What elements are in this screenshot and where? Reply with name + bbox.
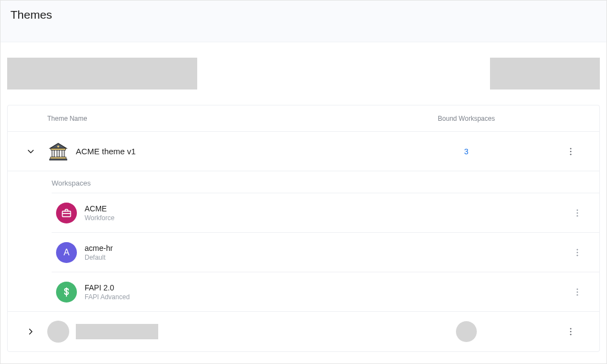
workspace-row[interactable]: A acme-hr Default [52, 232, 599, 272]
column-theme-name: Theme Name [47, 115, 384, 122]
svg-point-24 [570, 331, 572, 333]
svg-point-8 [570, 148, 572, 149]
briefcase-icon [56, 203, 77, 223]
svg-rect-3 [57, 150, 60, 157]
svg-point-18 [577, 254, 578, 256]
svg-point-17 [577, 251, 578, 253]
svg-point-20 [577, 288, 578, 290]
dollar-icon [56, 282, 77, 303]
avatar-letter: A [56, 242, 77, 263]
workspace-name: acme-hr [85, 244, 555, 253]
page-title: Themes [10, 8, 597, 21]
svg-point-7 [57, 145, 59, 148]
svg-point-14 [577, 212, 578, 214]
page-header: Themes [1, 1, 606, 42]
svg-rect-6 [49, 159, 67, 160]
workspace-row[interactable]: ACME Workforce [52, 193, 599, 232]
expand-button[interactable] [14, 327, 47, 337]
chevron-down-icon [26, 147, 36, 156]
svg-rect-5 [51, 157, 66, 159]
svg-point-15 [577, 215, 578, 216]
workspace-name: FAPI 2.0 [85, 283, 555, 292]
workspaces-panel: Workspaces ACME Workforce A [8, 171, 599, 312]
workspace-name: ACME [85, 204, 555, 213]
bank-icon [47, 141, 69, 163]
svg-point-22 [577, 294, 578, 295]
svg-point-9 [570, 150, 572, 152]
more-menu-icon[interactable] [572, 208, 582, 218]
more-menu-icon[interactable] [572, 248, 582, 257]
theme-name: ACME theme v1 [76, 147, 136, 156]
more-menu-icon[interactable] [572, 287, 582, 297]
workspaces-label: Workspaces [52, 171, 599, 193]
svg-point-10 [570, 153, 572, 155]
bound-count-placeholder [456, 321, 477, 342]
svg-point-25 [570, 334, 572, 335]
collapse-button[interactable] [14, 147, 47, 156]
theme-row[interactable] [8, 312, 599, 351]
svg-point-13 [577, 209, 578, 211]
svg-rect-4 [62, 150, 65, 157]
more-menu-icon[interactable] [566, 327, 576, 337]
table-header-row: Theme Name Bound Workspaces [8, 105, 599, 132]
bound-count-link[interactable]: 3 [384, 147, 549, 156]
workspace-type: Workforce [85, 214, 555, 222]
workspace-type: FAPI Advanced [85, 293, 555, 301]
column-bound-workspaces: Bound Workspaces [384, 115, 549, 122]
theme-name-placeholder [76, 324, 158, 339]
theme-row[interactable]: ACME theme v1 3 [8, 132, 599, 171]
svg-rect-2 [52, 150, 54, 157]
svg-point-21 [577, 291, 578, 293]
theme-icon-placeholder [47, 321, 69, 343]
toolbar-right-placeholder [490, 58, 600, 89]
toolbar [1, 58, 606, 89]
svg-point-23 [570, 328, 572, 329]
chevron-right-icon [26, 327, 36, 337]
toolbar-left-placeholder [7, 58, 197, 89]
svg-point-16 [577, 249, 578, 250]
more-menu-icon[interactable] [566, 147, 576, 156]
workspace-row[interactable]: FAPI 2.0 FAPI Advanced [52, 272, 599, 311]
svg-rect-1 [51, 148, 66, 150]
themes-table: Theme Name Bound Workspaces [7, 105, 600, 352]
themes-frame: Themes Theme Name Bound Workspaces [0, 0, 607, 364]
workspace-type: Default [85, 254, 555, 261]
